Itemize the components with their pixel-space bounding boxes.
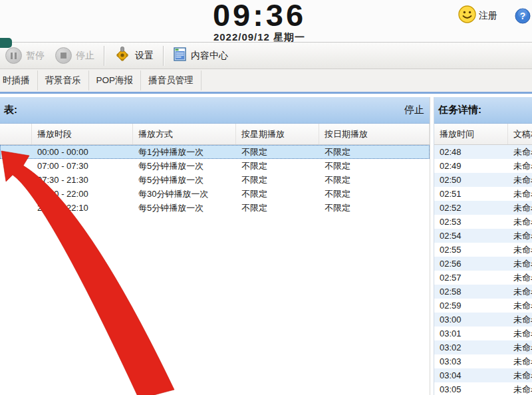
detail-cell: 03:01 (434, 327, 508, 340)
detail-cell: 未命名 (508, 271, 532, 285)
document-icon (173, 47, 187, 65)
schedule-cell (0, 173, 32, 187)
column-header[interactable]: 按日期播放 (319, 124, 430, 144)
panel-top-divider (0, 92, 532, 94)
detail-table-body: 02:48未命名02:49未命名02:50未命名02:51未命名02:52未命名… (434, 145, 532, 395)
clipped-window-icon (0, 38, 12, 48)
detail-row[interactable]: 03:00未命名 (434, 313, 532, 327)
column-header[interactable]: 播放时间 (434, 124, 508, 144)
stop-icon (55, 47, 72, 64)
schedule-cell: 每5分钟播放一次 (133, 173, 236, 187)
detail-row[interactable]: 02:58未命名 (434, 285, 532, 299)
detail-cell: 02:56 (434, 257, 508, 271)
titlebar: 09:36 2022/09/12 星期一 注册 ? (0, 0, 532, 42)
detail-cell: 03:00 (434, 313, 508, 327)
schedule-cell: 07:30 - 21:30 (32, 173, 133, 187)
column-header[interactable] (0, 124, 32, 144)
smiley-face-icon (458, 5, 476, 26)
detail-row[interactable]: 02:55未命名 (434, 243, 532, 257)
detail-row[interactable]: 02:48未命名 (434, 145, 532, 159)
schedule-cell: 不限定 (319, 201, 430, 215)
settings-button[interactable]: 设置 (108, 45, 159, 67)
schedule-row[interactable]: 21:30 - 22:10每5分钟播放一次不限定不限定 (0, 201, 430, 215)
detail-row[interactable]: 02:56未命名 (434, 257, 532, 271)
schedule-cell (0, 145, 32, 159)
detail-cell: 02:53 (434, 215, 508, 229)
detail-cell: 02:55 (434, 243, 508, 257)
detail-cell: 未命名 (508, 327, 532, 340)
detail-cell: 未命名 (508, 229, 532, 243)
detail-cell: 02:57 (434, 271, 508, 285)
detail-row[interactable]: 02:51未命名 (434, 187, 532, 201)
schedule-row[interactable]: 00:00 - 00:00每1分钟播放一次不限定不限定 (0, 145, 430, 159)
detail-row[interactable]: 02:54未命名 (434, 229, 532, 243)
clock-time: 09:36 (213, 0, 306, 31)
task-list-header: 表: 停止 (0, 97, 430, 124)
detail-row[interactable]: 03:04未命名 (434, 368, 532, 382)
schedule-cell: 不限定 (236, 173, 319, 187)
detail-cell: 未命名 (508, 285, 532, 299)
detail-row[interactable]: 02:49未命名 (434, 159, 532, 173)
detail-row[interactable]: 02:50未命名 (434, 173, 532, 187)
schedule-table-header: 播放时段播放方式按星期播放按日期播放 (0, 124, 430, 145)
detail-row[interactable]: 02:52未命名 (434, 201, 532, 215)
schedule-row[interactable]: 07:30 - 21:30每5分钟播放一次不限定不限定 (0, 173, 430, 187)
schedule-cell: 不限定 (236, 187, 319, 201)
detail-cell: 未命名 (508, 368, 532, 382)
pause-label: 暂停 (26, 50, 45, 62)
detail-row[interactable]: 03:03未命名 (434, 354, 532, 368)
schedule-cell: 每5分钟播放一次 (133, 159, 236, 173)
column-header[interactable]: 按星期播放 (236, 124, 319, 144)
detail-row[interactable]: 03:05未命名 (434, 382, 532, 395)
detail-cell: 未命名 (508, 201, 532, 215)
detail-cell: 未命名 (508, 145, 532, 159)
column-header[interactable]: 文稿标题 (508, 124, 532, 144)
detail-cell: 02:49 (434, 159, 508, 173)
detail-cell: 未命名 (508, 354, 532, 368)
toolbar-separator (163, 46, 164, 66)
schedule-cell: 不限定 (319, 159, 430, 173)
schedule-cell: 不限定 (236, 145, 319, 159)
detail-cell: 03:02 (434, 340, 508, 354)
detail-row[interactable]: 03:01未命名 (434, 327, 532, 340)
task-list-panel: 表: 停止 播放时段播放方式按星期播放按日期播放 00:00 - 00:00每1… (0, 97, 430, 395)
detail-cell: 未命名 (508, 159, 532, 173)
schedule-cell: 不限定 (236, 159, 319, 173)
tab-1[interactable]: 背景音乐 (38, 70, 89, 90)
stop-button[interactable]: 停止 (50, 45, 100, 67)
schedule-cell (0, 187, 32, 201)
schedule-row[interactable]: 07:00 - 07:30每5分钟播放一次不限定不限定 (0, 159, 430, 173)
content-center-button[interactable]: 内容中心 (168, 45, 233, 67)
column-header[interactable]: 播放时段 (32, 124, 133, 144)
detail-cell: 未命名 (508, 299, 532, 313)
detail-cell: 02:52 (434, 201, 508, 215)
schedule-cell: 00:00 - 00:00 (32, 145, 133, 159)
tab-0[interactable]: 时插播 (0, 70, 38, 90)
tab-2[interactable]: POP海报 (89, 70, 142, 90)
schedule-cell: 不限定 (319, 145, 430, 159)
detail-row[interactable]: 02:53未命名 (434, 215, 532, 229)
detail-row[interactable]: 03:02未命名 (434, 340, 532, 354)
detail-cell: 未命名 (508, 243, 532, 257)
detail-row[interactable]: 02:59未命名 (434, 299, 532, 313)
pause-icon (5, 47, 22, 64)
tab-3[interactable]: 播音员管理 (141, 70, 201, 90)
stop-label: 停止 (76, 50, 94, 62)
detail-cell: 02:54 (434, 229, 508, 243)
task-detail-header: 任务详情: (434, 97, 532, 124)
schedule-table-body: 00:00 - 00:00每1分钟播放一次不限定不限定07:00 - 07:30… (0, 145, 430, 215)
task-list-status: 停止 (404, 104, 424, 116)
detail-cell: 未命名 (508, 382, 532, 395)
detail-cell: 未命名 (508, 340, 532, 354)
tab-bar: 时插播背景音乐POP海报播音员管理 (0, 69, 532, 92)
schedule-row[interactable]: 07:30 - 22:00每30分钟播放一次不限定不限定 (0, 187, 430, 201)
column-header[interactable]: 播放方式 (133, 124, 236, 144)
register-button[interactable]: 注册 (458, 5, 497, 26)
schedule-cell: 每30分钟播放一次 (133, 187, 236, 201)
help-icon[interactable]: ? (515, 8, 531, 24)
svg-text:?: ? (520, 11, 526, 21)
detail-row[interactable]: 02:57未命名 (434, 271, 532, 285)
schedule-cell: 不限定 (319, 187, 430, 201)
detail-cell: 02:50 (434, 173, 508, 187)
schedule-cell: 每5分钟播放一次 (133, 201, 236, 215)
